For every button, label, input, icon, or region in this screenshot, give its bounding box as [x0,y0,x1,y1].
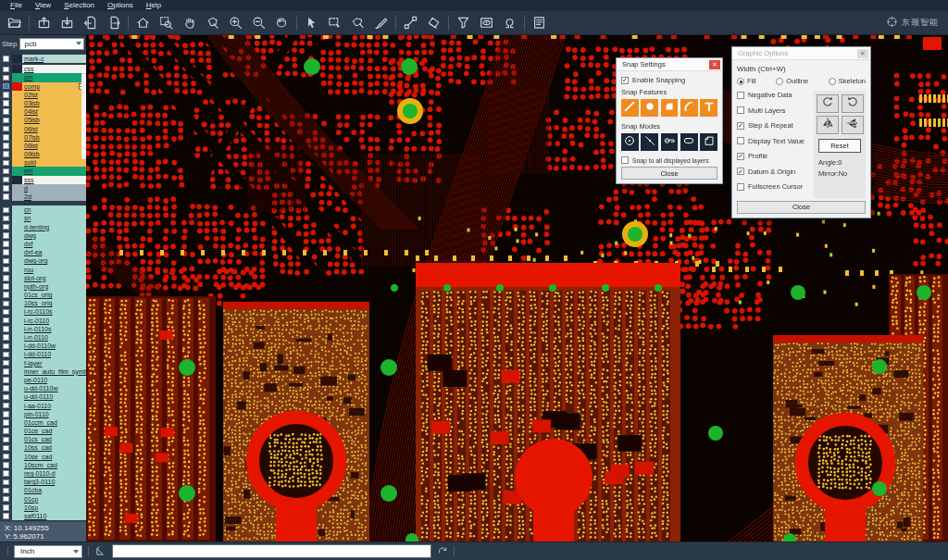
layer-row-sold[interactable]: sold [0,158,86,167]
layer-row-i-dd-0110[interactable]: i-dd-0110 [0,350,86,358]
option-checkbox[interactable]: ✓ [737,153,744,160]
layer-color-swatch[interactable] [12,410,22,418]
filter-button[interactable] [452,13,475,33]
mirror-vertical-button[interactable] [842,116,864,134]
layer-visibility-checkbox[interactable] [3,92,9,98]
layer-row-pin-0110[interactable]: pin-0110 [0,410,86,418]
layer-color-swatch[interactable] [12,91,22,99]
layer-row-u-dd-0110[interactable]: u-dd-0110 [0,392,86,401]
layer-color-swatch[interactable] [12,376,22,384]
layer-visibility-checkbox[interactable] [3,496,9,503]
layer-color-swatch[interactable] [12,367,22,376]
layer-row-u-dd-0110w[interactable]: u-dd-0110w [0,384,86,392]
layer-row-css[interactable]: css [0,65,86,73]
layer-visibility-checkbox[interactable] [3,118,9,124]
export-file-button[interactable] [102,13,125,33]
layer-color-swatch[interactable] [12,469,22,478]
layer-visibility-checkbox[interactable] [3,151,9,157]
layer-visibility-checkbox[interactable] [3,134,9,141]
layer-visibility-checkbox[interactable] [3,488,9,494]
layer-visibility-checkbox[interactable] [3,403,9,409]
layer-visibility-checkbox[interactable] [3,368,9,375]
import-file-button[interactable] [79,13,102,33]
layer-visibility-checkbox[interactable] [3,177,9,183]
close-icon[interactable]: ✕ [857,49,868,58]
layer-row-slot-org[interactable]: slot-org [0,274,86,282]
mode-point-button[interactable] [641,133,658,151]
option-checkbox[interactable] [737,92,744,99]
layer-color-swatch[interactable] [12,116,22,124]
command-input[interactable] [112,544,431,558]
snap-surface-button[interactable] [661,99,679,117]
option-checkbox[interactable] [737,137,744,144]
layer-row-targ3-0110[interactable]: targ3-0110 [0,478,86,486]
radio-fill[interactable]: Fill [737,77,756,85]
layer-row-01cp[interactable]: 01cp [0,495,86,504]
layer-row-01cba[interactable]: 01cba [0,486,86,494]
layer-color-swatch[interactable] [12,282,22,291]
zoom-window-button[interactable] [155,13,178,33]
layer-row-comp[interactable]: comp [0,82,86,91]
layer-visibility-checkbox[interactable] [3,292,9,298]
layer-color-swatch[interactable] [12,453,22,461]
layer-row-sn[interactable]: sn [0,214,86,222]
layer-visibility-checkbox[interactable] [3,168,9,175]
polygon-select-button[interactable] [346,13,369,33]
mode-profile-button[interactable] [700,133,717,151]
layer-visibility-checkbox[interactable] [3,258,9,265]
layer-visibility-checkbox[interactable] [3,377,9,383]
layer-visibility-checkbox[interactable] [3,479,9,486]
layer-row-f-layer[interactable]: f-layer [0,359,86,367]
layer-color-swatch[interactable] [12,55,22,63]
layer-visibility-checkbox[interactable] [3,309,9,316]
layer-color-swatch[interactable] [12,231,22,240]
layer-color-swatch[interactable] [12,167,22,175]
layer-row-09lsb[interactable]: 09lsb [0,150,86,158]
option-display-text-value[interactable]: Display Text Value [737,137,810,145]
measure-button[interactable] [399,13,422,33]
layer-visibility-checkbox[interactable] [3,470,9,477]
layer-row-i-rc-0110s[interactable]: i-rc-0110s [0,307,86,316]
eraser-button[interactable] [422,13,445,33]
menu-item-help[interactable]: Help [140,0,168,11]
layer-color-swatch[interactable] [12,478,22,486]
layer-row-10ss_cad[interactable]: 10ss_cad [0,443,86,452]
unit-select[interactable]: Inch [14,545,82,558]
layer-row-05lsb[interactable]: 05lsb [0,116,86,124]
layer-row-i-aa-0110[interactable]: i-aa-0110 [0,402,86,410]
step-select[interactable]: pcb [19,38,84,50]
zoom-previous-button[interactable] [270,13,293,33]
layer-color-swatch[interactable] [12,359,22,367]
layer-color-swatch[interactable] [12,73,22,81]
mode-key-button[interactable] [661,133,679,151]
snap-close-button[interactable]: Close [621,167,717,180]
layer-row-dxf-ea[interactable]: dxf-ea [0,248,86,256]
open-folder-button[interactable] [3,13,26,33]
layer-row-dxf[interactable]: dxf [0,240,86,248]
layer-visibility-checkbox[interactable] [3,385,9,392]
layer-row-inner_auto_film_symb[interactable]: inner_auto_film_symb [0,367,86,376]
refresh-icon[interactable] [437,546,448,557]
load-job-button[interactable] [32,13,56,33]
option-checkbox[interactable] [737,106,744,114]
layer-color-swatch[interactable] [12,307,22,316]
layer-row-d-tenting[interactable]: d-tenting [0,223,86,231]
layer-color-swatch[interactable] [12,176,22,184]
layer-row-01cs_cad[interactable]: 01cs_cad [0,435,86,443]
reset-button[interactable]: Reset [818,139,861,153]
layer-color-swatch[interactable] [12,342,22,350]
select-button[interactable] [300,13,323,33]
option-checkbox[interactable]: ✓ [737,168,744,175]
layer-row-reg-0110-d[interactable]: reg-0110-d [0,469,86,478]
layer-color-swatch[interactable] [12,443,22,452]
layer-visibility-checkbox[interactable] [3,216,9,222]
layer-row-07lsb[interactable]: 07lsb [0,133,86,142]
layer-visibility-checkbox[interactable] [3,317,9,324]
layer-color-swatch[interactable] [12,142,22,150]
zoom-area-button[interactable] [201,13,224,33]
layer-row-10se_cad[interactable]: 10se_cad [0,453,86,461]
layer-row-saf0110[interactable]: saf0110 [0,512,86,520]
menu-item-selection[interactable]: Selection [57,0,101,11]
layer-visibility-checkbox[interactable] [3,108,9,115]
snap-all-layers-checkbox[interactable] [621,156,629,164]
